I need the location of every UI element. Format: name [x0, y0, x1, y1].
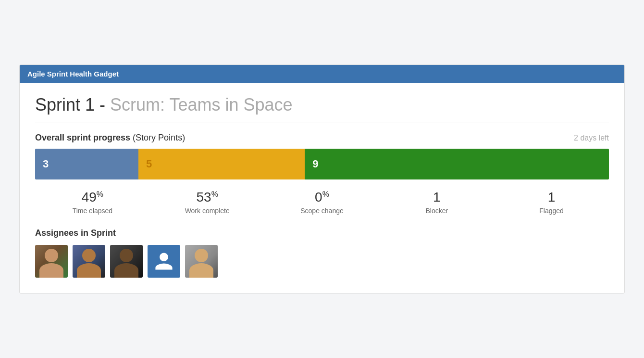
sprint-title: Sprint 1 - Scrum: Teams in Space	[35, 95, 609, 123]
stat-label-2: Scope change	[300, 207, 344, 215]
stat-item-1: 53% Work complete	[183, 189, 231, 215]
progress-section: Overall sprint progress (Story Points) 2…	[35, 133, 609, 215]
stat-item-0: 49% Time elapsed	[68, 189, 116, 215]
avatar-5[interactable]	[185, 245, 218, 278]
stat-label-0: Time elapsed	[73, 207, 113, 215]
stat-value-2: 0%	[315, 189, 329, 205]
gadget-header: Agile Sprint Health Gadget	[20, 65, 624, 83]
stat-value-1: 53%	[196, 189, 218, 205]
sprint-project: Scrum: Teams in Space	[110, 95, 293, 115]
stat-item-3: 1 Blocker	[413, 189, 461, 215]
bar-inprogress: 5	[138, 149, 305, 179]
avatar-2[interactable]	[73, 245, 105, 278]
assignees-title: Assignees in Sprint	[35, 228, 609, 238]
stat-label-3: Blocker	[425, 207, 448, 215]
assignees-section: Assignees in Sprint	[35, 228, 609, 278]
gadget-container: Agile Sprint Health Gadget Sprint 1 - Sc…	[19, 64, 625, 294]
assignees-list	[35, 245, 609, 278]
gadget-title: Agile Sprint Health Gadget	[27, 70, 119, 78]
stats-row: 49% Time elapsed 53% Work complete 0% Sc…	[35, 189, 609, 215]
avatar-1[interactable]	[35, 245, 68, 278]
bar-todo: 3	[35, 149, 138, 179]
stat-label-4: Flagged	[539, 207, 564, 215]
sprint-name: Sprint 1 -	[35, 95, 110, 115]
stat-item-2: 0% Scope change	[298, 189, 346, 215]
progress-bar: 3 5 9	[35, 149, 609, 179]
gadget-body: Sprint 1 - Scrum: Teams in Space Overall…	[20, 83, 624, 294]
stat-value-3: 1	[433, 189, 441, 205]
progress-header: Overall sprint progress (Story Points) 2…	[35, 133, 609, 143]
bar-done: 9	[305, 149, 609, 179]
days-left: 2 days left	[574, 134, 609, 142]
stat-value-4: 1	[548, 189, 556, 205]
stat-value-0: 49%	[82, 189, 103, 205]
stat-label-1: Work complete	[185, 207, 230, 215]
avatar-4[interactable]	[148, 245, 180, 278]
avatar-3[interactable]	[110, 245, 143, 278]
progress-label: Overall sprint progress (Story Points)	[35, 133, 185, 143]
stat-item-4: 1 Flagged	[528, 189, 576, 215]
